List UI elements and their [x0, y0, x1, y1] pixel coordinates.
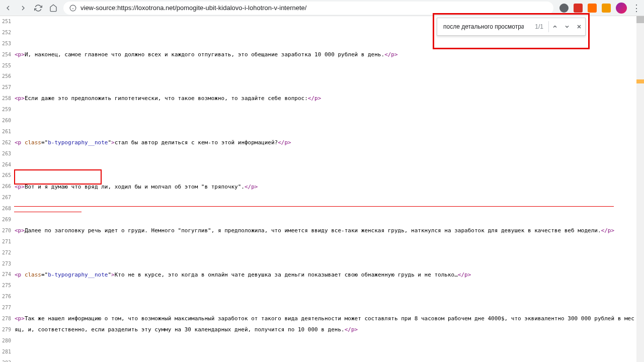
page-info-icon[interactable]	[69, 5, 76, 12]
ext-icon-3[interactable]	[588, 4, 597, 13]
url-bar[interactable]: view-source:https://loxotrona.net/pomogi…	[63, 2, 553, 15]
forward-icon[interactable]	[19, 4, 27, 12]
avatar[interactable]	[616, 3, 627, 14]
find-bar-highlight-box	[433, 13, 590, 16]
ext-icon-4[interactable]	[602, 4, 611, 13]
reload-icon[interactable]	[34, 4, 42, 12]
ext-icon-2[interactable]	[574, 4, 583, 13]
ext-icon-1[interactable]	[559, 4, 569, 13]
back-icon[interactable]	[4, 4, 12, 12]
menu-icon[interactable]: ⋮	[632, 5, 640, 11]
url-text: view-source:https://loxotrona.net/pomogi…	[80, 5, 306, 11]
home-icon[interactable]	[49, 4, 57, 12]
